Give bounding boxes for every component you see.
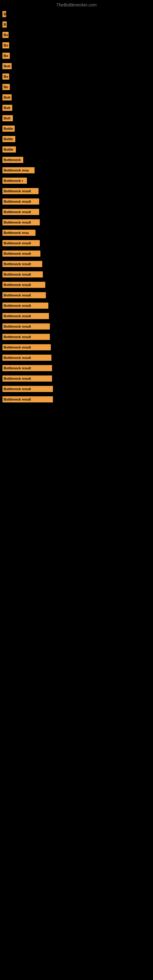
bar-label: B xyxy=(2,21,7,27)
bar-label: Bottleneck result xyxy=(2,302,48,309)
bar-row: Bott xyxy=(0,103,153,113)
bar-label: Bottle xyxy=(2,136,15,142)
bar-row: Bott xyxy=(0,113,153,123)
bar-row: Bottle xyxy=(0,145,153,154)
bar-row: Bo xyxy=(0,51,153,60)
bar-row: Bo xyxy=(0,40,153,50)
bar-row: Bottle xyxy=(0,134,153,144)
bar-row: Bottleneck result xyxy=(0,238,153,248)
bar-label: Bottleneck result xyxy=(2,282,45,288)
bar-label: Bottleneck result xyxy=(2,250,40,257)
bar-row: Bottleneck resu xyxy=(0,165,153,175)
bar-label: Bottleneck result xyxy=(2,344,51,350)
bar-row: Bottleneck result xyxy=(0,290,153,300)
bar-label: Bottleneck result xyxy=(2,188,38,194)
bar-label: Bottleneck resu xyxy=(2,230,35,236)
bar-label: Bott xyxy=(2,115,13,121)
bar-label: Bo xyxy=(2,32,9,38)
bar-label: Bottleneck result xyxy=(2,355,51,361)
bar-label: Bottleneck result xyxy=(2,209,39,215)
bar-row: Bottleneck result xyxy=(0,321,153,331)
bar-row: Bottleneck result xyxy=(0,249,153,258)
bar-row: Bottleneck result xyxy=(0,207,153,217)
bar-label: Bottleneck xyxy=(2,157,23,163)
bar-row: B xyxy=(0,20,153,29)
bar-label: Bott xyxy=(2,94,12,100)
bar-label: B xyxy=(2,11,6,17)
bar-label: Bottleneck result xyxy=(2,271,43,277)
bar-row: Bottle xyxy=(0,124,153,134)
bar-label: Bottle xyxy=(2,126,15,132)
bar-row: Bottleneck r xyxy=(0,176,153,186)
bar-row: Bo xyxy=(0,72,153,81)
bar-row: Bo xyxy=(0,30,153,40)
bar-row: Bottleneck result xyxy=(0,342,153,352)
bar-label: Bottleneck result xyxy=(2,386,53,392)
bar-row: Bottleneck result xyxy=(0,218,153,227)
site-title: TheBottlenecker.com xyxy=(0,0,153,9)
bar-label: Bottleneck result xyxy=(2,365,52,371)
bar-label: Bo xyxy=(2,73,9,80)
bar-label: Bottleneck result xyxy=(2,261,42,267)
bar-label: Bo xyxy=(2,42,9,48)
bar-label: Bottleneck result xyxy=(2,396,53,402)
bar-row: Bott xyxy=(0,61,153,71)
bar-label: Bottleneck result xyxy=(2,219,40,225)
bar-label: Bottleneck r xyxy=(2,178,27,184)
bar-row: Bottleneck result xyxy=(0,280,153,290)
bar-row: Bott xyxy=(0,92,153,102)
bar-label: Bo xyxy=(2,84,10,90)
bar-row: Bo xyxy=(0,82,153,92)
bar-row: Bottleneck result xyxy=(0,259,153,269)
bar-row: Bottleneck xyxy=(0,155,153,165)
bar-label: Bottleneck result xyxy=(2,313,49,319)
bar-row: Bottleneck result xyxy=(0,363,153,373)
bar-label: Bottleneck result xyxy=(2,334,50,340)
bar-row: Bottleneck result xyxy=(0,311,153,321)
bar-row: Bottleneck result xyxy=(0,374,153,383)
bar-label: Bottleneck result xyxy=(2,292,46,298)
bar-row: Bottleneck result xyxy=(0,395,153,404)
bar-label: Bo xyxy=(2,52,10,59)
bar-row: B xyxy=(0,9,153,19)
bar-label: Bottle xyxy=(2,146,16,153)
bars-container: BBBoBoBoBottBoBoBottBottBottBottleBottle… xyxy=(0,9,153,404)
bar-row: Bottleneck result xyxy=(0,301,153,310)
bar-label: Bott xyxy=(2,105,12,111)
bar-label: Bottleneck resu xyxy=(2,167,35,173)
bar-row: Bottleneck result xyxy=(0,186,153,196)
bar-row: Bottleneck result xyxy=(0,197,153,207)
bar-row: Bottleneck result xyxy=(0,332,153,342)
bar-row: Bottleneck resu xyxy=(0,228,153,238)
bar-row: Bottleneck result xyxy=(0,353,153,363)
bar-row: Bottleneck result xyxy=(0,384,153,394)
bar-row: Bottleneck result xyxy=(0,269,153,279)
bar-label: Bott xyxy=(2,63,12,69)
bar-label: Bottleneck result xyxy=(2,240,40,246)
bar-label: Bottleneck result xyxy=(2,199,39,205)
bar-label: Bottleneck result xyxy=(2,375,52,382)
bar-label: Bottleneck result xyxy=(2,323,50,329)
